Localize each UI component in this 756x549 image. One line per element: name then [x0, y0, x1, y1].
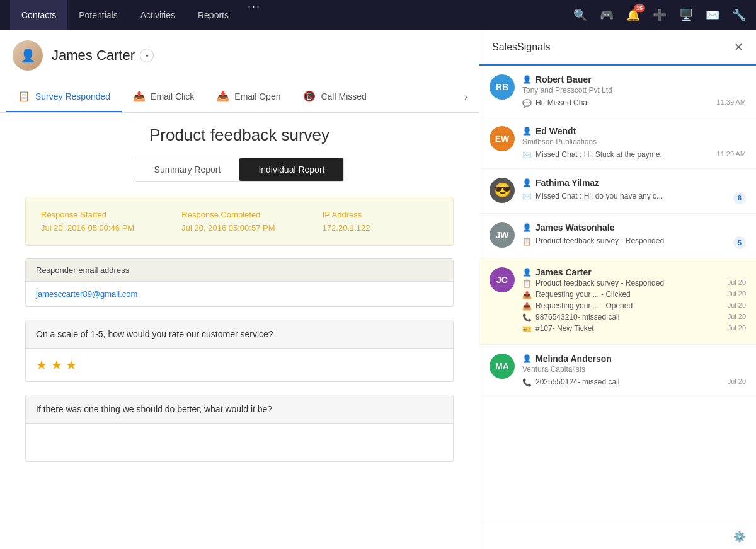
emailclick-icon-james: 📤	[522, 291, 532, 299]
badge-watsonhale: 5	[733, 236, 746, 249]
signal-body-ed-wendt: 👤 Ed Wendt Smithson Publications ✉️ Miss…	[522, 126, 746, 159]
avatar-fathima: 😎	[490, 178, 515, 203]
response-info: Response Started Jul 20, 2016 05:00:46 P…	[25, 197, 454, 246]
avatar: 👤	[13, 40, 43, 71]
survey-title: Product feedback survey	[25, 125, 454, 145]
contact-name-fathima: Fathima Yilmaz	[536, 178, 599, 188]
response-started-col: Response Started Jul 20, 2016 05:00:46 P…	[41, 210, 156, 233]
settings-icon[interactable]: 🔧	[732, 8, 746, 22]
contact-name-ed-wendt: Ed Wendt	[536, 126, 576, 136]
chat-icon-robert: 💬	[522, 99, 532, 108]
add-icon[interactable]: ➕	[653, 8, 667, 22]
question-1-stars: ★ ★ ★	[26, 349, 453, 381]
contact-name-melinda: Melinda Anderson	[536, 354, 612, 364]
responder-email-label: Responder email address	[26, 259, 453, 282]
summary-report-tab[interactable]: Summary Report	[135, 158, 240, 181]
response-completed-label: Response Completed	[181, 210, 297, 219]
time-melinda: Jul 20	[728, 378, 746, 385]
signal-item-melinda[interactable]: MA 👤 Melinda Anderson Ventura Capitalist…	[479, 345, 756, 396]
nav-tabs: Contacts Potentials Activities Reports ·…	[10, 0, 268, 30]
question-1-text: On a scale of 1-5, how would you rate ou…	[26, 320, 453, 349]
ip-value: 172.20.1.122	[323, 223, 438, 233]
search-icon[interactable]: 🔍	[573, 8, 587, 22]
tab-email-open[interactable]: 📥 Email Open	[205, 81, 292, 112]
message-melinda: 2025550124- missed call	[536, 378, 719, 386]
signal-item-fathima[interactable]: 😎 👤 Fathima Yilmaz ✉️ Missed Chat : Hi, …	[479, 169, 756, 214]
mail-icon-ed: ✉️	[522, 151, 532, 159]
contact-dropdown[interactable]: ▾	[140, 49, 154, 62]
signals-list: RB 👤 Robert Bauer Tony and Presscott Pvt…	[479, 66, 756, 524]
ip-label: IP Address	[323, 210, 438, 219]
tab-survey-responded[interactable]: 📋 Survey Responded	[6, 81, 122, 112]
right-panel: SalesSignals ✕ RB 👤 Robert Bauer Tony an…	[479, 30, 756, 549]
responder-card: Responder email address jamesccarter89@g…	[25, 258, 454, 307]
phone-icon-james: 📞	[522, 313, 532, 322]
company-robert-bauer: Tony and Presscott Pvt Ltd	[522, 86, 746, 95]
contact-header: 👤 James Carter ▾	[0, 30, 479, 81]
james-signal-row-1: 📋 Product feedback survey - Responded Ju…	[522, 279, 746, 288]
notifications-icon[interactable]: 🔔 15	[626, 8, 640, 22]
tab-call-missed[interactable]: 📵 Call Missed	[292, 81, 377, 112]
signal-body-melinda: 👤 Melinda Anderson Ventura Capitalists 📞…	[522, 354, 746, 387]
phone-icon-melinda: 📞	[522, 378, 532, 387]
response-completed-value: Jul 20, 2016 05:00:57 PM	[181, 223, 297, 233]
signals-header: SalesSignals ✕	[479, 30, 756, 66]
question-2-card: If there was one thing we should do bett…	[25, 395, 454, 462]
contact-name-robert-bauer: Robert Bauer	[536, 74, 592, 84]
signal-item-watsonhale[interactable]: JW 👤 James Watsonhale 📋 Product feedback…	[479, 214, 756, 258]
question-1-card: On a scale of 1-5, how would you rate ou…	[25, 320, 454, 382]
mail-icon-fathima: ✉️	[522, 192, 532, 201]
nav-tab-reports[interactable]: Reports	[186, 0, 240, 30]
nav-icons: 🔍 🎮 🔔 15 ➕ 🖥️ ✉️ 🔧	[573, 8, 746, 22]
emailclick-tab-icon: 📤	[133, 90, 146, 102]
time-robert-bauer: 11:39 AM	[717, 98, 746, 106]
emailopen-tab-icon: 📥	[217, 90, 229, 102]
contact-name-watsonhale: James Watsonhale	[536, 222, 615, 233]
tab-next-arrow[interactable]: ›	[459, 91, 472, 103]
survey-content: Product feedback survey Summary Report I…	[0, 113, 479, 549]
signals-title: SalesSignals	[492, 42, 551, 53]
signal-body-watsonhale: 👤 James Watsonhale 📋 Product feedback su…	[522, 222, 746, 249]
badge-fathima: 6	[733, 192, 746, 204]
emailopen-icon-james: 📥	[522, 302, 532, 311]
games-icon[interactable]: 🎮	[600, 8, 614, 22]
james-signal-row-4: 📞 9876543210- missed call Jul 20	[522, 313, 746, 322]
message-robert-bauer: Hi- Missed Chat	[536, 98, 708, 107]
signal-item-robert-bauer[interactable]: RB 👤 Robert Bauer Tony and Presscott Pvt…	[479, 66, 756, 117]
message-ed-wendt: Missed Chat : Hi. Stuck at the payme..	[536, 150, 708, 159]
nav-more-menu[interactable]: ···	[240, 0, 268, 30]
close-signals-button[interactable]: ✕	[734, 40, 743, 54]
nav-tab-activities[interactable]: Activities	[129, 0, 186, 30]
person-icon: 👤	[522, 75, 532, 84]
signal-tabs: 📋 Survey Responded 📤 Email Click 📥 Email…	[0, 81, 479, 113]
response-started-label: Response Started	[41, 210, 156, 219]
james-signal-row-2: 📤 Requesting your ... - Clicked Jul 20	[522, 290, 746, 299]
response-completed-col: Response Completed Jul 20, 2016 05:00:57…	[181, 210, 297, 233]
screen-icon[interactable]: 🖥️	[679, 8, 693, 22]
email-icon[interactable]: ✉️	[706, 8, 719, 22]
avatar-melinda: MA	[490, 354, 515, 379]
top-nav: Contacts Potentials Activities Reports ·…	[0, 0, 756, 30]
contact-name-james-carter: James Carter	[536, 267, 592, 277]
nav-tab-contacts[interactable]: Contacts	[10, 0, 67, 30]
avatar-ed-wendt: EW	[490, 126, 515, 151]
tab-email-click[interactable]: 📤 Email Click	[122, 81, 205, 112]
signal-item-james-carter[interactable]: JC 👤 James Carter 📋 Product feedback sur…	[479, 258, 756, 345]
contact-name: James Carter	[52, 47, 135, 64]
signals-settings-icon[interactable]: ⚙️	[479, 524, 756, 549]
main-area: 👤 James Carter ▾ 📋 Survey Responded 📤 Em…	[0, 30, 756, 549]
company-ed-wendt: Smithson Publications	[522, 137, 746, 146]
nav-tab-potentials[interactable]: Potentials	[67, 0, 129, 30]
person-icon-james: 👤	[522, 268, 532, 277]
message-watsonhale: Product feedback survey - Responded	[536, 236, 730, 245]
responder-email-value: jamesccarter89@gmail.com	[26, 282, 453, 306]
signal-body-james-carter: 👤 James Carter 📋 Product feedback survey…	[522, 267, 746, 335]
message-fathima: Missed Chat : Hi, do you have any c...	[536, 192, 730, 200]
ip-address-col: IP Address 172.20.1.122	[323, 210, 438, 233]
signal-item-ed-wendt[interactable]: EW 👤 Ed Wendt Smithson Publications ✉️ M…	[479, 117, 756, 169]
survey-icon-james: 📋	[522, 279, 532, 288]
avatar-robert-bauer: RB	[490, 74, 515, 100]
individual-report-tab[interactable]: Individual Report	[239, 158, 343, 181]
notification-badge: 15	[634, 4, 645, 12]
avatar-james-carter: JC	[490, 267, 515, 292]
